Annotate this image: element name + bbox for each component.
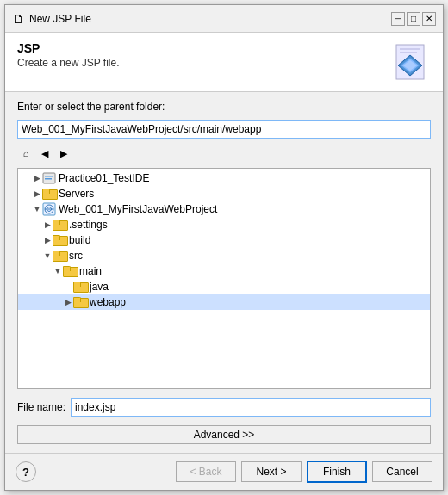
tree-item-label: Servers <box>59 188 94 200</box>
folder-icon <box>73 297 87 308</box>
header-text: JSP Create a new JSP file. <box>17 41 120 69</box>
tree-item-label: java <box>90 281 109 293</box>
forward-nav-button[interactable]: ▶ <box>55 145 72 161</box>
folder-icon <box>42 189 56 200</box>
cancel-button[interactable]: Cancel <box>372 461 432 482</box>
svg-rect-2 <box>400 52 417 53</box>
tree-arrow: ▼ <box>42 251 53 261</box>
header-type: JSP <box>17 41 120 55</box>
folder-label: Enter or select the parent folder: <box>17 101 431 113</box>
server-icon <box>42 171 56 185</box>
new-jsp-dialog: 🗋 New JSP File ─ □ ✕ JSP Create a new JS… <box>4 4 444 491</box>
tree-item[interactable]: ▶ Practice01_TestIDE <box>18 170 430 186</box>
header-section: JSP Create a new JSP file. <box>5 33 443 92</box>
svg-rect-8 <box>45 176 53 177</box>
svg-rect-1 <box>400 48 420 50</box>
title-controls: ─ □ ✕ <box>391 12 436 26</box>
folder-icon <box>63 266 77 277</box>
content-section: Enter or select the parent folder: ⌂ ◀ ▶… <box>5 92 443 453</box>
tree-item[interactable]: ▼ src <box>18 248 430 263</box>
home-button[interactable]: ⌂ <box>17 145 34 161</box>
folder-icon <box>73 282 87 293</box>
minimize-button[interactable]: ─ <box>391 12 405 26</box>
tree-item[interactable]: ▶ build <box>18 232 430 248</box>
header-description: Create a new JSP file. <box>17 57 120 69</box>
title-bar-left: 🗋 New JSP File <box>12 12 91 26</box>
folder-input[interactable] <box>17 120 431 139</box>
tree-arrow: ▶ <box>42 235 53 245</box>
tree-item[interactable]: ▶ Servers <box>18 186 430 201</box>
tree-item-label: main <box>79 265 102 277</box>
file-name-row: File name: <box>17 398 431 417</box>
folder-icon <box>53 235 66 246</box>
maximize-button[interactable]: □ <box>407 12 420 26</box>
tree-arrow: ▼ <box>53 266 63 276</box>
tree-item[interactable]: ▼ main <box>18 263 430 279</box>
back-nav-button[interactable]: ◀ <box>36 145 53 161</box>
tree-arrow: ▶ <box>42 220 53 230</box>
tree-container[interactable]: ▶ Practice01_TestIDE ▶ Servers ▼ <box>17 168 431 389</box>
title-bar: 🗋 New JSP File ─ □ ✕ <box>5 5 443 33</box>
tree-arrow: ▶ <box>63 297 73 307</box>
tree-item-label: src <box>69 250 83 262</box>
tree-item[interactable]: ▼ Web_001_MyFirstJavaWebProject <box>18 201 430 217</box>
svg-rect-9 <box>45 178 52 180</box>
tree-item-label: Practice01_TestIDE <box>59 172 149 184</box>
wizard-icon <box>389 41 431 83</box>
tree-item-selected[interactable]: ▶ webapp <box>18 294 430 310</box>
back-button[interactable]: < Back <box>176 461 236 482</box>
dialog-icon: 🗋 <box>12 12 24 26</box>
file-name-label: File name: <box>17 401 65 413</box>
folder-icon <box>53 220 66 231</box>
tree-item[interactable]: ▶ .settings <box>18 217 430 232</box>
file-name-input[interactable] <box>71 398 431 417</box>
tree-item-label: Web_001_MyFirstJavaWebProject <box>59 203 217 215</box>
tree-item-label: webapp <box>90 296 126 308</box>
tree-arrow: ▶ <box>32 173 42 183</box>
button-bar: ? < Back Next > Finish Cancel <box>5 453 443 490</box>
next-button[interactable]: Next > <box>241 461 302 482</box>
tree-arrow: ▼ <box>32 204 42 214</box>
help-button[interactable]: ? <box>16 461 36 482</box>
finish-button[interactable]: Finish <box>307 461 367 483</box>
tree-item-label: .settings <box>69 219 108 231</box>
tree-item[interactable]: java <box>18 279 430 294</box>
tree-arrow: ▶ <box>32 189 42 199</box>
tree-toolbar: ⌂ ◀ ▶ <box>17 144 431 163</box>
tree-item-label: build <box>69 234 90 246</box>
web-project-icon <box>42 202 56 216</box>
advanced-button[interactable]: Advanced >> <box>17 425 431 444</box>
folder-icon <box>53 251 66 262</box>
close-button[interactable]: ✕ <box>422 12 436 26</box>
dialog-title: New JSP File <box>29 13 91 25</box>
